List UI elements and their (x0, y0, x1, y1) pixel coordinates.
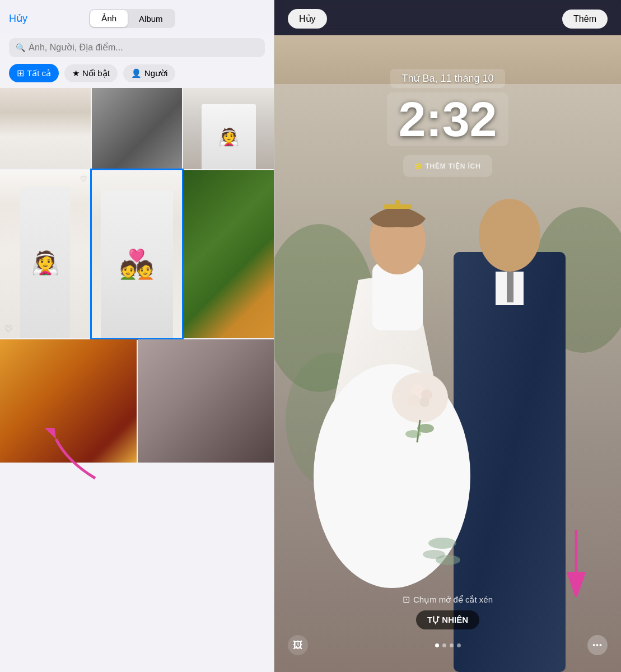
photo-row-1: 👰 (0, 88, 274, 169)
photo-grid-area: 👰 👰 ♡ 💑 (0, 88, 274, 672)
filter-featured[interactable]: ★ Nổi bật (64, 64, 118, 82)
person-icon: 👤 (131, 68, 142, 78)
plus-icon: ⊕ (414, 161, 422, 171)
photo-item[interactable] (0, 339, 137, 463)
photo-item-selected[interactable]: 💑 (92, 170, 183, 338)
tab-photos[interactable]: Ảnh (90, 10, 128, 27)
widget-label: THÊM TIỆN ÍCH (425, 162, 480, 170)
left-panel: Hủy Ảnh Album 🔍 ⊞ Tất cả ★ Nổi bật 👤 Ngư… (0, 0, 274, 672)
star-icon: ★ (72, 68, 80, 78)
wallpaper-icon-button[interactable]: 🖼 (288, 635, 308, 655)
filter-people[interactable]: 👤 Người (123, 64, 176, 82)
photo-item[interactable] (138, 339, 274, 463)
photo-item[interactable]: 👰 ♡ (0, 170, 91, 338)
tab-albums[interactable]: Album (128, 10, 174, 27)
search-icon: 🔍 (16, 43, 25, 52)
photo-item[interactable] (0, 88, 91, 169)
wallpaper-icon: 🖼 (293, 640, 303, 651)
photo-row-3 (0, 339, 274, 463)
dot-2 (442, 643, 446, 647)
lockscreen-time: 2:32 (387, 92, 508, 146)
crop-icon: ⊡ (403, 594, 410, 605)
search-input[interactable] (29, 43, 258, 53)
more-options-button[interactable]: ••• (587, 635, 608, 655)
right-panel: Hủy Thêm (274, 0, 621, 672)
filter-all-label: Tất cả (27, 68, 51, 78)
photo-item[interactable]: 👰 (183, 88, 274, 169)
lockscreen-date: Thứ Ba, 11 tháng 10 (390, 69, 505, 88)
filter-all[interactable]: ⊞ Tất cả (9, 64, 59, 82)
cancel-button-right[interactable]: Hủy (288, 9, 327, 29)
dot-3 (450, 643, 454, 647)
heart-icon: ♡ (4, 323, 12, 334)
dots-pagination (435, 643, 461, 647)
pinch-hint: ⊡ Chụm mở để cắt xén (403, 594, 493, 605)
grid-icon: ⊞ (17, 68, 24, 78)
segment-control: Ảnh Album (89, 9, 175, 28)
lockscreen-overlay: Thứ Ba, 11 tháng 10 2:32 ⊕ THÊM TIỆN ÍCH (274, 35, 621, 672)
photo-item[interactable] (92, 88, 183, 169)
widget-slot[interactable]: ⊕ THÊM TIỆN ÍCH (403, 155, 492, 177)
style-badge[interactable]: TỰ NHIÊN (416, 610, 479, 629)
bottom-bar: 🖼 ••• (288, 635, 608, 655)
wallpaper-preview[interactable]: Thứ Ba, 11 tháng 10 2:32 ⊕ THÊM TIỆN ÍCH… (274, 35, 621, 672)
cancel-button-left[interactable]: Hủy (9, 12, 27, 25)
bottom-controls: ⊡ Chụm mở để cắt xén TỰ NHIÊN 🖼 (274, 589, 621, 672)
right-header: Hủy Thêm (274, 0, 621, 35)
search-bar: 🔍 (9, 38, 265, 57)
dot-1 (435, 643, 439, 647)
ellipsis-icon: ••• (592, 641, 603, 650)
filter-row: ⊞ Tất cả ★ Nổi bật 👤 Người (0, 62, 274, 88)
filter-people-label: Người (144, 68, 168, 78)
left-header: Hủy Ảnh Album (0, 0, 274, 34)
photo-item[interactable] (183, 170, 274, 338)
confirm-button-right[interactable]: Thêm (562, 10, 608, 29)
photo-row-2: 👰 ♡ 💑 (0, 170, 274, 338)
dot-4 (457, 643, 461, 647)
filter-featured-label: Nổi bật (82, 68, 110, 78)
